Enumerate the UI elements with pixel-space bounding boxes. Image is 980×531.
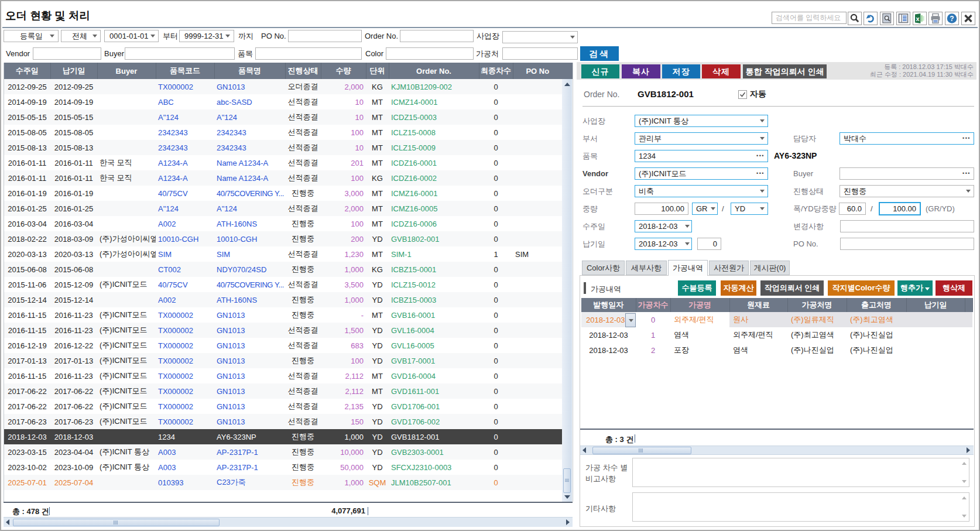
svg-text:?: ? <box>950 15 954 23</box>
svg-text:x: x <box>916 15 920 22</box>
